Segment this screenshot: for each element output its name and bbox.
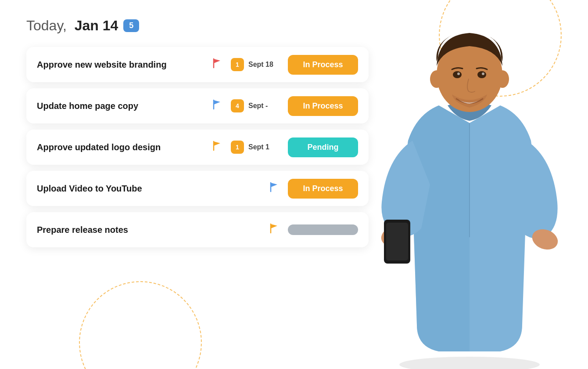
priority-badge: 1 bbox=[231, 141, 244, 154]
svg-point-12 bbox=[430, 70, 443, 88]
task-name: Prepare release notes bbox=[37, 225, 269, 235]
task-card: Update home page copy 4Sept -In Process bbox=[26, 88, 369, 123]
task-count-badge: 5 bbox=[123, 19, 139, 32]
header: Today, Jan 14 5 bbox=[26, 18, 351, 34]
person-image bbox=[360, 18, 579, 369]
priority-badge: 4 bbox=[231, 99, 244, 112]
content-area: Today, Jan 14 5 Approve new website bran… bbox=[0, 0, 351, 247]
task-card: Approve new website branding 1Sept 18In … bbox=[26, 47, 369, 82]
task-date: Sept 1 bbox=[248, 143, 279, 151]
flag-icon bbox=[212, 99, 222, 112]
status-button[interactable] bbox=[288, 224, 358, 235]
decorative-circle-bottom bbox=[79, 281, 202, 369]
task-card: Upload Video to YouTube In Process bbox=[26, 171, 369, 206]
status-button[interactable]: In Process bbox=[288, 96, 358, 116]
page-title: Today, Jan 14 bbox=[26, 18, 118, 34]
svg-point-9 bbox=[477, 71, 486, 78]
today-label: Today, bbox=[26, 18, 67, 33]
svg-rect-3 bbox=[386, 223, 408, 260]
task-date: Sept 18 bbox=[248, 61, 279, 69]
status-button[interactable]: In Process bbox=[288, 179, 358, 199]
task-name: Upload Video to YouTube bbox=[37, 184, 269, 194]
flag-icon bbox=[269, 223, 279, 236]
svg-point-11 bbox=[482, 72, 484, 75]
flag-icon bbox=[269, 182, 279, 195]
flag-icon bbox=[212, 58, 222, 71]
svg-point-8 bbox=[453, 71, 462, 78]
date-label: Jan 14 bbox=[75, 18, 118, 33]
task-date: Sept - bbox=[248, 102, 279, 110]
task-name: Update home page copy bbox=[37, 101, 212, 111]
flag-icon bbox=[212, 141, 222, 154]
task-card: Prepare release notes bbox=[26, 212, 369, 247]
task-name: Approve new website branding bbox=[37, 60, 212, 70]
page-wrapper: Today, Jan 14 5 Approve new website bran… bbox=[0, 0, 588, 369]
person-svg bbox=[360, 18, 579, 369]
svg-point-0 bbox=[399, 357, 540, 369]
task-name: Approve updated logo design bbox=[37, 142, 212, 152]
task-list: Approve new website branding 1Sept 18In … bbox=[26, 47, 351, 247]
svg-point-13 bbox=[496, 70, 509, 88]
task-card: Approve updated logo design 1Sept 1Pendi… bbox=[26, 130, 369, 165]
svg-point-10 bbox=[457, 72, 460, 75]
status-button[interactable]: In Process bbox=[288, 55, 358, 75]
priority-badge: 1 bbox=[231, 58, 244, 71]
status-button[interactable]: Pending bbox=[288, 137, 358, 157]
